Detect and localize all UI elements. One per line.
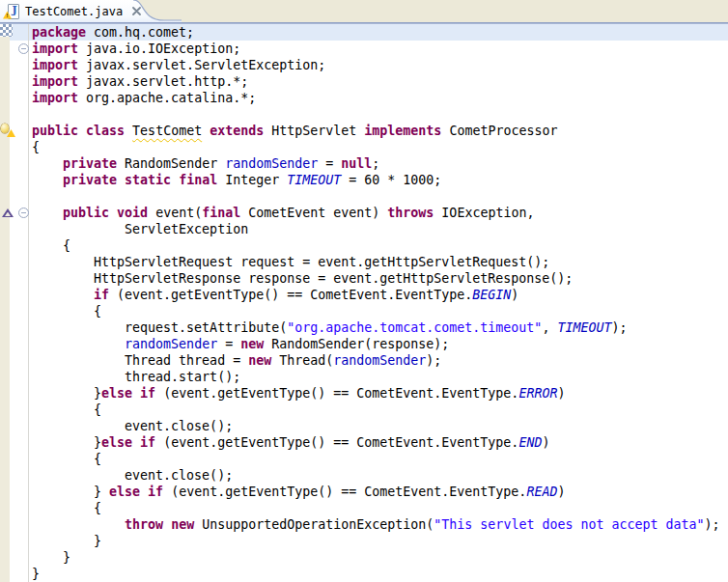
code-line[interactable]: }: [32, 549, 728, 566]
code-token: (event.getEventType() == CometEvent.Even…: [155, 435, 518, 450]
code-token: import: [32, 42, 78, 56]
code-line[interactable]: if (event.getEventType() == CometEvent.E…: [32, 287, 728, 303]
code-line[interactable]: randomSender = new RandomSender(response…: [32, 336, 728, 352]
fold-collapse-icon[interactable]: [18, 208, 29, 218]
code-token: RandomSender: [117, 156, 225, 171]
code-token: {: [32, 140, 40, 154]
code-editor[interactable]: package com.hq.comet;import java.io.IOEx…: [0, 24, 728, 582]
code-token: RandomSender(response);: [264, 337, 449, 351]
code-line[interactable]: import org.apache.catalina.*;: [32, 90, 728, 106]
code-line[interactable]: import java.io.IOException;: [32, 41, 728, 57]
code-line[interactable]: import javax.servlet.http.*;: [32, 73, 728, 90]
code-token: ;: [372, 156, 379, 171]
code-line[interactable]: thread.start();: [32, 369, 728, 385]
code-token: javax.servlet.ServletException;: [78, 58, 325, 72]
string-literal: "This servlet does not accept data": [434, 517, 704, 532]
code-token: com.hq.comet;: [86, 25, 194, 40]
code-token: final: [202, 206, 240, 220]
code-line[interactable]: public class TestComet extends HttpServl…: [32, 123, 728, 139]
code-token: ): [557, 485, 565, 499]
code-token: request.setAttribute(: [32, 320, 287, 335]
warning-marker-icon[interactable]: [1, 124, 15, 137]
code-line[interactable]: event.close();: [32, 418, 728, 434]
code-line[interactable]: }: [32, 566, 728, 582]
code-token: [132, 435, 140, 450]
code-token: [78, 124, 86, 138]
code-token: TestComet: [132, 124, 202, 138]
code-token: {: [32, 304, 101, 319]
code-token: else: [101, 386, 132, 401]
code-token: public: [63, 206, 109, 220]
code-line[interactable]: throw new UnsupportedOperationException(…: [32, 516, 728, 533]
code-line[interactable]: HttpServletRequest request = event.getHt…: [32, 254, 728, 270]
code-token: [117, 173, 125, 187]
code-token: (event.getEventType() == CometEvent.Even…: [163, 485, 526, 499]
tab-testcomet[interactable]: J ! TestComet.java: [0, 0, 193, 22]
code-token: [140, 485, 148, 499]
code-token: else: [109, 485, 140, 499]
code-line[interactable]: }else if (event.getEventType() == CometE…: [32, 434, 728, 451]
code-line[interactable]: private static final Integer TIMEOUT = 6…: [32, 172, 728, 188]
code-token: {: [32, 238, 70, 253]
code-token: [32, 337, 125, 351]
code-line[interactable]: {: [32, 451, 728, 467]
code-token: CometProcessor: [441, 124, 557, 138]
code-token: event.close();: [32, 419, 233, 433]
code-token: randomSender: [125, 337, 217, 351]
code-token: HttpServletRequest request = event.getHt…: [32, 255, 549, 269]
code-line[interactable]: private RandomSender randomSender = null…: [32, 155, 728, 172]
code-line[interactable]: }: [32, 533, 728, 549]
code-token: [109, 206, 117, 220]
code-token: null: [341, 156, 372, 171]
code-line[interactable]: } else if (event.getEventType() == Comet…: [32, 484, 728, 500]
code-token: );: [611, 320, 627, 335]
code-token: event.close();: [32, 468, 233, 483]
code-line[interactable]: }else if (event.getEventType() == CometE…: [32, 385, 728, 402]
code-line[interactable]: Thread thread = new Thread(randomSender)…: [32, 352, 728, 369]
code-token: READ: [526, 485, 557, 499]
code-line[interactable]: package com.hq.comet;: [32, 24, 728, 41]
code-line[interactable]: HttpServletResponse response = event.get…: [32, 270, 728, 287]
code-token: event(: [148, 206, 202, 220]
code-token: {: [32, 452, 101, 466]
code-token: UnsupportedOperationException(: [194, 517, 434, 532]
override-triangle-icon[interactable]: [2, 208, 14, 217]
code-line[interactable]: [32, 106, 728, 123]
code-line[interactable]: import javax.servlet.ServletException;: [32, 57, 728, 73]
code-token: }: [32, 435, 101, 450]
code-line[interactable]: [32, 188, 728, 205]
code-token: throw: [125, 517, 163, 532]
code-token: new: [240, 337, 264, 351]
code-line[interactable]: event.close();: [32, 467, 728, 484]
fold-collapse-icon[interactable]: [18, 43, 29, 54]
code-token: END: [518, 435, 542, 450]
close-icon[interactable]: [131, 6, 142, 16]
code-token: new: [248, 353, 271, 368]
annotation-ruler[interactable]: [0, 24, 10, 582]
code-line[interactable]: {: [32, 237, 728, 254]
code-token: import: [32, 91, 78, 105]
code-token: throws: [387, 206, 434, 220]
code-token: BEGIN: [472, 288, 511, 302]
code-line[interactable]: {: [32, 500, 728, 516]
code-token: =: [318, 156, 341, 171]
code-token: [125, 124, 132, 138]
code-token: void: [117, 206, 148, 220]
code-token: [32, 517, 125, 532]
code-line[interactable]: {: [32, 402, 728, 418]
code-token: implements: [364, 124, 441, 138]
code-token: else: [101, 435, 132, 450]
code-token: final: [179, 173, 217, 187]
code-token: }: [32, 485, 109, 499]
code-token: TIMEOUT: [287, 173, 341, 187]
code-line[interactable]: {: [32, 139, 728, 155]
editor-tab-bar: J ! TestComet.java: [0, 0, 728, 22]
code-token: [32, 156, 63, 171]
code-line[interactable]: ServletException: [32, 221, 728, 237]
code-token: class: [86, 124, 125, 138]
code-token: randomSender: [225, 156, 318, 171]
code-line[interactable]: request.setAttribute("org.apache.tomcat.…: [32, 319, 728, 336]
code-lines[interactable]: package com.hq.comet;import java.io.IOEx…: [32, 24, 728, 582]
code-line[interactable]: public void event(final CometEvent event…: [32, 205, 728, 221]
code-line[interactable]: {: [32, 303, 728, 319]
